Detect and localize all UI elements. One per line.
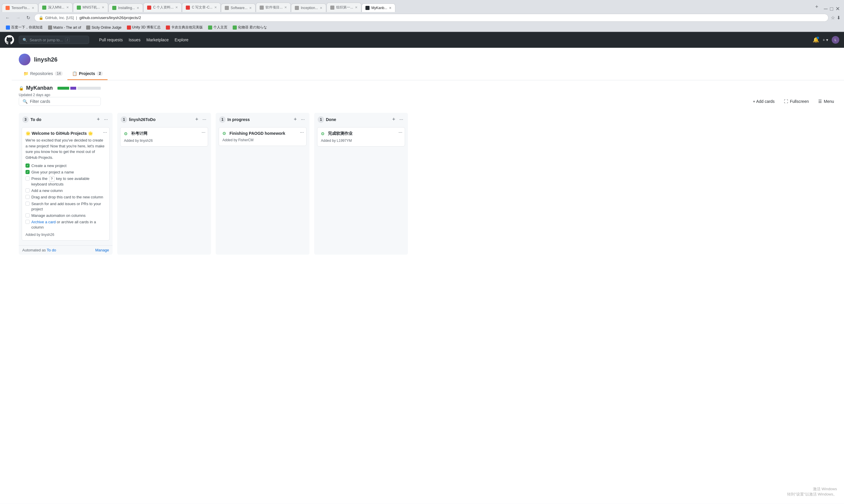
new-tab-button[interactable]: + [812, 2, 822, 12]
create-button[interactable]: + ▾ [823, 37, 828, 42]
browser-tab-tab1[interactable]: TensorFlo... ✕ [2, 3, 38, 12]
col-add-button-inprogress[interactable]: + [292, 116, 298, 123]
notifications-button[interactable]: 🔔 [813, 37, 819, 43]
minimize-button[interactable]: ─ [824, 6, 828, 12]
browser-tab-tab3[interactable]: MNIST机... ✕ [73, 3, 108, 12]
checkbox[interactable] [25, 195, 30, 199]
browser-tab-tab7[interactable]: Software... ✕ [221, 3, 255, 12]
tab-close-icon[interactable]: ✕ [102, 5, 104, 10]
browser-tab-tab4[interactable]: Installing... ✕ [108, 3, 143, 12]
filter-cards-input[interactable] [30, 99, 97, 104]
col-more-button-todo[interactable]: ··· [103, 116, 109, 123]
checkbox[interactable]: ✓ [25, 170, 30, 174]
browser-tab-tab6[interactable]: C 写文章-C... ✕ [182, 3, 221, 12]
automated-value-link[interactable]: To do [47, 248, 56, 252]
tab-close-icon[interactable]: ✕ [175, 5, 178, 10]
checkbox[interactable] [25, 213, 30, 217]
bookmark-star-icon[interactable]: ☆ [831, 15, 835, 20]
repo-icon: 📁 [23, 71, 29, 76]
col-more-button-done[interactable]: ··· [398, 116, 405, 123]
bookmark-item-6[interactable]: 化物语 君の知らな [230, 24, 269, 31]
col-add-button-done[interactable]: + [391, 116, 396, 123]
filter-input-wrapper[interactable]: 🔍 [19, 97, 101, 106]
bookmark-item-0[interactable]: 百度一下，你就知道 [3, 24, 45, 31]
menu-button[interactable]: ☰ Menu [815, 97, 837, 106]
browser-tab-tab2[interactable]: 深入MNI... ✕ [38, 3, 73, 12]
tab-close-icon[interactable]: ✕ [137, 6, 139, 10]
tab-projects[interactable]: 📋 Projects 2 [67, 68, 108, 80]
close-button[interactable]: ✕ [836, 5, 840, 12]
card-more-button[interactable]: ··· [103, 130, 107, 135]
bookmark-item-3[interactable]: Unity 3D 博客汇总 [125, 24, 163, 31]
user-avatar[interactable]: L [832, 36, 839, 44]
browser-tab-tab10[interactable]: 组织第一... ✕ [326, 3, 361, 12]
col-add-button-todo[interactable]: + [95, 116, 101, 123]
checkbox[interactable] [25, 202, 30, 206]
col-more-button-inprogress[interactable]: ··· [300, 116, 306, 123]
col-more-button-linysh26todo[interactable]: ··· [201, 116, 208, 123]
fullscreen-button[interactable]: ⛶ Fullscreen [781, 97, 812, 106]
back-button[interactable]: ← [3, 14, 12, 22]
forward-button[interactable]: → [14, 14, 22, 22]
avatar-image [19, 54, 31, 65]
bookmark-favicon [48, 25, 52, 30]
bookmark-item-4[interactable]: 卡农古典吉他完美版 [163, 24, 205, 31]
tab-close-icon[interactable]: ✕ [32, 6, 34, 10]
search-bar[interactable]: 🔍 Search or jump to... / [19, 36, 89, 44]
tab-close-icon[interactable]: ✕ [66, 5, 69, 10]
browser-tab-tab8[interactable]: 软件项目... ✕ [256, 3, 291, 12]
marketplace-link[interactable]: Marketplace [143, 35, 172, 44]
browser-tab-tab5[interactable]: C 个人资料... ✕ [143, 3, 182, 12]
kanban-card-welcome[interactable]: ··· 🌟 Welcome to GitHub Projects 🌟 We're… [22, 127, 110, 240]
tab-close-icon[interactable]: ✕ [389, 6, 392, 10]
username: linysh26 [34, 56, 57, 63]
tab-favicon [42, 5, 46, 10]
main-content-area: linysh26 📁 Repositories 14 📋 Projects 2 [12, 48, 844, 264]
github-logo-icon[interactable] [5, 35, 14, 44]
bookmark-favicon [6, 25, 10, 30]
pull-requests-link[interactable]: Pull requests [96, 35, 126, 44]
bookmark-item-2[interactable]: Sicily Online Judge [84, 24, 124, 31]
plus-button[interactable]: + ▾ [823, 37, 828, 42]
checkbox[interactable] [25, 176, 30, 180]
url-bar[interactable]: 🔒 GitHub, Inc. [US] | github.com/users/l… [34, 14, 828, 22]
issues-link[interactable]: Issues [126, 35, 143, 44]
download-icon[interactable]: ⬇ [837, 15, 841, 20]
checkbox[interactable]: ✓ [25, 163, 30, 168]
card-link[interactable]: Archive a card [31, 220, 56, 224]
explore-link[interactable]: Explore [172, 35, 191, 44]
tab-close-icon[interactable]: ✕ [249, 6, 252, 10]
browser-tab-tab11[interactable]: MyKanb... ✕ [362, 3, 395, 12]
kanban-card-bukao[interactable]: ··· ⊙ 补考计网 Added by linysh26 [120, 127, 208, 146]
card-more-button[interactable]: ··· [202, 130, 205, 135]
tab-favicon [77, 5, 81, 10]
bookmark-item-1[interactable]: Matrix - The art of [46, 24, 83, 31]
tab-close-icon[interactable]: ✕ [355, 5, 358, 10]
project-progress-bar [57, 87, 101, 90]
checkbox[interactable] [25, 188, 30, 193]
col-cards-done: ··· ⊙ 完成软测作业 Added by L1997YM [314, 126, 408, 255]
bar-gray [77, 87, 101, 90]
tab-label: Installing... [118, 6, 135, 10]
tab-close-icon[interactable]: ✕ [214, 5, 217, 10]
bookmark-item-5[interactable]: 个人主页 [206, 24, 230, 31]
checklist-item: Manage automation on columns [25, 213, 106, 218]
reload-button[interactable]: ↻ [24, 14, 32, 22]
nav-right: 🔔 + ▾ L [813, 36, 839, 44]
checklist-text: Manage automation on columns [31, 213, 86, 218]
kanban-card-paogd[interactable]: ··· ⊙ Finishing PAOGD homework Added by … [219, 127, 307, 146]
card-more-button[interactable]: ··· [300, 130, 304, 135]
tab-close-icon[interactable]: ✕ [284, 5, 287, 10]
col-add-button-linysh26todo[interactable]: + [194, 116, 200, 123]
browser-tab-tab9[interactable]: Inception... ✕ [291, 3, 326, 12]
maximize-button[interactable]: □ [830, 6, 833, 12]
card-more-button[interactable]: ··· [398, 130, 402, 135]
add-cards-button[interactable]: + Add cards [750, 97, 777, 106]
tab-close-icon[interactable]: ✕ [320, 6, 322, 10]
tab-repositories[interactable]: 📁 Repositories 14 [19, 68, 67, 80]
checkbox[interactable] [25, 220, 30, 224]
manage-link[interactable]: Manage [95, 248, 109, 252]
kanban-card-software[interactable]: ··· ⊙ 完成软测作业 Added by L1997YM [317, 127, 405, 146]
kanban-col-done: 1 Done + ··· ··· ⊙ 完成软测作业 Added by L1997… [314, 113, 408, 255]
tab-favicon [365, 6, 370, 10]
